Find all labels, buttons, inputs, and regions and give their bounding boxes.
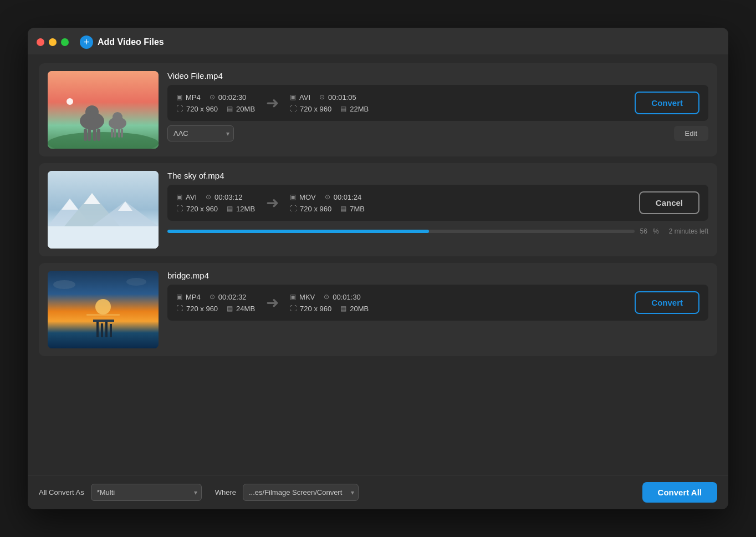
film-icon-1: ▣ (176, 93, 182, 101)
progress-row-2: 56% 2 minutes left (167, 227, 708, 235)
target-size-2: 7MB (350, 205, 365, 213)
film-icon-t2: ▣ (290, 193, 296, 201)
disk-icon-t2: ▤ (340, 205, 346, 212)
disk-icon-t1: ▤ (340, 105, 346, 113)
svg-rect-5 (84, 129, 87, 141)
source-format-3: MP4 (186, 293, 201, 301)
target-size-row-1: ⛶ 720 x 960 ▤ 22MB (290, 105, 369, 113)
options-row-1: AAC MP3 AC3 Edit (167, 125, 708, 141)
edit-button-1[interactable]: Edit (674, 126, 708, 141)
svg-rect-8 (97, 129, 100, 141)
path-select[interactable]: ...es/Filmage Screen/Convert (243, 484, 359, 501)
convert-button-3[interactable]: Convert (635, 291, 699, 314)
file-item-2: The sky of.mp4 ▣ AVI ⊙ 00:03:12 ⛶ 720 x … (39, 163, 717, 256)
audio-select-1[interactable]: AAC MP3 AC3 (167, 125, 234, 141)
disk-icon-1: ▤ (227, 105, 233, 113)
main-window: + Add Video Files (28, 28, 728, 509)
disk-icon-t3: ▤ (340, 305, 346, 312)
target-resolution-2: 720 x 960 (300, 205, 331, 213)
resize-icon-t1: ⛶ (290, 105, 297, 113)
conversion-row-1: ▣ MP4 ⊙ 00:02:30 ⛶ 720 x 960 ▤ 20MB ➜ (167, 85, 708, 121)
svg-rect-31 (105, 322, 108, 337)
disk-icon-3: ▤ (227, 305, 233, 312)
resize-icon-t3: ⛶ (290, 305, 297, 312)
film-icon-t3: ▣ (290, 293, 296, 301)
target-resolution-1: 720 x 960 (300, 105, 331, 113)
clock-icon-1: ⊙ (210, 93, 215, 101)
resize-icon-3: ⛶ (176, 305, 183, 312)
file-item-1: Video File.mp4 ▣ MP4 ⊙ 00:02:30 ⛶ 720 x … (39, 63, 717, 156)
target-format-row-2: ▣ MOV ⊙ 00:01:24 (290, 193, 365, 201)
target-duration-2: 00:01:24 (334, 193, 362, 201)
arrow-3: ➜ (266, 293, 279, 312)
target-size-3: 20MB (350, 305, 369, 313)
svg-point-1 (67, 98, 73, 105)
convert-all-button[interactable]: Convert All (642, 482, 717, 503)
source-info-1: ▣ MP4 ⊙ 00:02:30 ⛶ 720 x 960 ▤ 20MB (176, 93, 255, 113)
svg-rect-29 (96, 321, 99, 337)
source-size-row-3: ⛶ 720 x 960 ▤ 24MB (176, 305, 255, 313)
target-info-1: ▣ AVI ⊙ 00:01:05 ⛶ 720 x 960 ▤ 22MB (290, 93, 369, 113)
path-select-wrapper: ...es/Filmage Screen/Convert (243, 484, 359, 501)
file-details-1: Video File.mp4 ▣ MP4 ⊙ 00:02:30 ⛶ 720 x … (167, 71, 708, 141)
target-info-2: ▣ MOV ⊙ 00:01:24 ⛶ 720 x 960 ▤ 7MB (290, 193, 365, 213)
target-duration-1: 00:01:05 (328, 93, 356, 102)
target-format-3: MKV (299, 293, 315, 301)
minimize-button[interactable] (49, 38, 57, 46)
target-duration-3: 00:01:30 (333, 293, 361, 301)
progress-bar-bg-2 (167, 230, 635, 233)
source-size-row-2: ⛶ 720 x 960 ▤ 12MB (176, 205, 255, 213)
close-button[interactable] (37, 38, 44, 46)
svg-rect-32 (110, 324, 112, 337)
clock-icon-t1: ⊙ (319, 93, 325, 101)
source-duration-2: 00:03:12 (214, 193, 243, 201)
progress-bar-fill-2 (167, 230, 429, 233)
film-icon-2: ▣ (176, 193, 182, 201)
audio-select-wrapper-1: AAC MP3 AC3 (167, 125, 234, 141)
cancel-button-2[interactable]: Cancel (639, 191, 699, 214)
file-name-2: The sky of.mp4 (167, 171, 708, 180)
all-convert-as-label: All Convert As (39, 488, 84, 497)
target-size-row-2: ⛶ 720 x 960 ▤ 7MB (290, 205, 365, 213)
clock-icon-t2: ⊙ (325, 193, 330, 201)
source-duration-3: 00:02:32 (218, 293, 247, 301)
file-name-1: Video File.mp4 (167, 71, 708, 80)
bottom-bar: All Convert As *Multi MP4 AVI MOV MKV Wh… (28, 475, 728, 509)
format-select[interactable]: *Multi MP4 AVI MOV MKV (91, 484, 202, 501)
source-resolution-3: 720 x 960 (186, 305, 218, 313)
where-label: Where (215, 488, 236, 497)
disk-icon-2: ▤ (227, 205, 233, 212)
format-select-wrapper: *Multi MP4 AVI MOV MKV (91, 484, 202, 501)
resize-icon-2: ⛶ (176, 205, 183, 212)
svg-rect-14 (114, 129, 116, 138)
target-format-row-1: ▣ AVI ⊙ 00:01:05 (290, 93, 369, 102)
source-info-3: ▣ MP4 ⊙ 00:02:32 ⛶ 720 x 960 ▤ 24MB (176, 293, 255, 313)
progress-percent-2: 56 (640, 227, 647, 235)
clock-icon-t3: ⊙ (324, 293, 329, 301)
arrow-1: ➜ (266, 94, 279, 112)
film-icon-3: ▣ (176, 293, 182, 301)
file-list: Video File.mp4 ▣ MP4 ⊙ 00:02:30 ⛶ 720 x … (28, 54, 728, 475)
add-video-files-button[interactable]: + Add Video Files (80, 36, 164, 49)
svg-rect-13 (111, 129, 113, 138)
target-format-2: MOV (299, 193, 316, 201)
svg-point-12 (113, 112, 122, 122)
svg-rect-6 (88, 129, 91, 141)
file-name-3: bridge.mp4 (167, 271, 708, 280)
clock-icon-2: ⊙ (206, 193, 211, 201)
titlebar: + Add Video Files (28, 28, 728, 54)
thumbnail-2 (48, 171, 159, 249)
svg-rect-30 (101, 323, 103, 337)
film-icon-t1: ▣ (290, 93, 296, 101)
resize-icon-1: ⛶ (176, 105, 183, 113)
target-info-3: ▣ MKV ⊙ 00:01:30 ⛶ 720 x 960 ▤ 20MB (290, 293, 369, 313)
file-details-3: bridge.mp4 ▣ MP4 ⊙ 00:02:32 ⛶ 720 x 960 … (167, 271, 708, 321)
source-format-1: MP4 (186, 93, 201, 102)
convert-button-1[interactable]: Convert (635, 92, 699, 114)
source-size-row-1: ⛶ 720 x 960 ▤ 20MB (176, 105, 255, 113)
maximize-button[interactable] (61, 38, 69, 46)
source-format-row-1: ▣ MP4 ⊙ 00:02:30 (176, 93, 255, 102)
svg-rect-7 (93, 129, 96, 141)
source-size-1: 20MB (236, 105, 255, 113)
conversion-row-3: ▣ MP4 ⊙ 00:02:32 ⛶ 720 x 960 ▤ 24MB ➜ (167, 285, 708, 321)
